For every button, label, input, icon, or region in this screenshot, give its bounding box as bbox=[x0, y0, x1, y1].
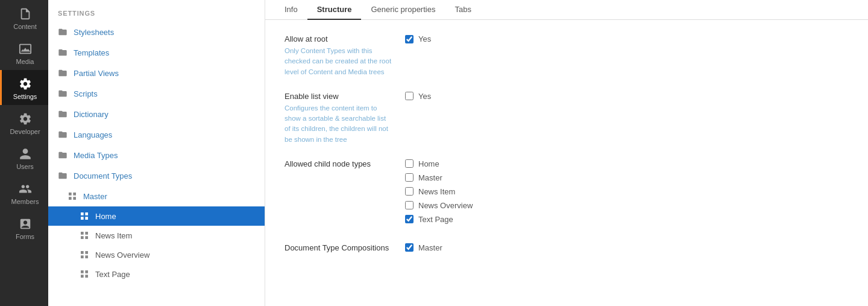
grid-icon bbox=[68, 191, 77, 201]
allow-at-root-checkbox-row: Yes bbox=[405, 34, 849, 43]
developer-icon bbox=[19, 112, 32, 126]
sidebar-item-languages[interactable]: Languages bbox=[48, 124, 265, 145]
allow-at-root-checkbox-label[interactable]: Yes bbox=[418, 34, 431, 43]
tree-item-news-overview[interactable]: News Overview bbox=[48, 245, 265, 264]
users-icon bbox=[19, 147, 32, 161]
sidebar-item-document-types[interactable]: Document Types bbox=[48, 165, 265, 186]
tree-item-text-page[interactable]: Text Page bbox=[48, 264, 265, 284]
grid-icon bbox=[80, 250, 89, 260]
enable-list-view-checkbox[interactable] bbox=[405, 92, 414, 100]
tab-tabs[interactable]: Tabs bbox=[445, 0, 480, 20]
child-type-master-checkbox[interactable] bbox=[405, 173, 414, 182]
nav-item-users[interactable]: Users bbox=[0, 140, 48, 175]
folder-icon bbox=[58, 68, 68, 78]
document-type-compositions-row: Document Type Compositions Master bbox=[285, 243, 849, 257]
main-content: Info Structure Generic properties Tabs A… bbox=[265, 0, 868, 306]
child-type-text-page-checkbox[interactable] bbox=[405, 215, 414, 223]
tree-item-news-item[interactable]: News Item bbox=[48, 226, 265, 245]
sidebar-item-partial-views[interactable]: Partial Views bbox=[48, 63, 265, 83]
composition-master-row: Master bbox=[405, 243, 849, 252]
child-type-text-page-row: Text Page bbox=[405, 215, 849, 224]
child-type-master-row: Master bbox=[405, 173, 849, 182]
child-type-news-overview-checkbox[interactable] bbox=[405, 201, 414, 209]
tab-info[interactable]: Info bbox=[275, 0, 307, 20]
sidebar-item-media-types[interactable]: Media Types bbox=[48, 145, 265, 165]
child-type-home-label[interactable]: Home bbox=[418, 159, 439, 168]
folder-icon bbox=[58, 171, 68, 180]
allowed-child-node-types-label: Allowed child node types bbox=[285, 159, 405, 168]
child-type-home-checkbox[interactable] bbox=[405, 159, 414, 168]
grid-icon bbox=[80, 231, 89, 240]
folder-icon bbox=[58, 89, 68, 98]
enable-list-view-label: Enable list view bbox=[285, 92, 405, 101]
settings-label: SETTINGS bbox=[48, 0, 265, 22]
allow-at-root-help: Only Content Types with this checked can… bbox=[285, 46, 393, 77]
tab-generic-properties[interactable]: Generic properties bbox=[361, 0, 445, 20]
enable-list-view-row: Enable list view Configures the content … bbox=[285, 92, 849, 145]
nav-item-members[interactable]: Members bbox=[0, 175, 48, 210]
nav-item-developer[interactable]: Developer bbox=[0, 105, 48, 140]
child-type-news-item-checkbox[interactable] bbox=[405, 187, 414, 196]
child-type-news-overview-row: News Overview bbox=[405, 201, 849, 210]
sidebar-item-stylesheets[interactable]: Stylesheets bbox=[48, 22, 265, 42]
tree-item-master[interactable]: Master bbox=[48, 186, 265, 206]
sidebar-item-scripts[interactable]: Scripts bbox=[48, 83, 265, 104]
tab-bar: Info Structure Generic properties Tabs bbox=[265, 0, 868, 20]
folder-icon bbox=[58, 48, 68, 57]
nav-item-content[interactable]: Content bbox=[0, 0, 48, 35]
composition-master-label[interactable]: Master bbox=[418, 243, 442, 252]
structure-panel: Allow at root Only Content Types with th… bbox=[265, 20, 868, 306]
members-icon bbox=[19, 182, 32, 196]
allow-at-root-checkbox[interactable] bbox=[405, 35, 414, 43]
sidebar: SETTINGS Stylesheets Templates Partial V… bbox=[48, 0, 265, 306]
nav-item-media[interactable]: Media bbox=[0, 35, 48, 70]
folder-icon bbox=[58, 150, 68, 160]
icon-nav: Content Media Settings Developer Users M… bbox=[0, 0, 48, 306]
tab-structure[interactable]: Structure bbox=[307, 0, 362, 20]
folder-icon bbox=[58, 109, 68, 119]
tree-item-home[interactable]: Home bbox=[48, 206, 265, 226]
grid-icon bbox=[80, 211, 89, 221]
composition-master-checkbox[interactable] bbox=[405, 243, 414, 252]
allow-at-root-row: Allow at root Only Content Types with th… bbox=[285, 34, 849, 77]
sidebar-item-dictionary[interactable]: Dictionary bbox=[48, 104, 265, 124]
folder-icon bbox=[58, 130, 68, 139]
folder-icon bbox=[58, 27, 68, 37]
content-icon bbox=[19, 7, 32, 21]
media-icon bbox=[19, 42, 32, 56]
enable-list-view-checkbox-row: Yes bbox=[405, 92, 849, 101]
grid-icon bbox=[80, 269, 89, 279]
child-type-news-overview-label[interactable]: News Overview bbox=[418, 201, 473, 210]
child-type-news-item-row: News Item bbox=[405, 187, 849, 196]
enable-list-view-help: Configures the content item to show a so… bbox=[285, 103, 393, 145]
child-type-home-row: Home bbox=[405, 159, 849, 168]
child-type-text-page-label[interactable]: Text Page bbox=[418, 215, 453, 224]
sidebar-item-templates[interactable]: Templates bbox=[48, 42, 265, 63]
child-type-news-item-label[interactable]: News Item bbox=[418, 187, 455, 196]
enable-list-view-checkbox-label[interactable]: Yes bbox=[418, 92, 431, 101]
allowed-child-node-types-row: Allowed child node types Home Master New… bbox=[285, 159, 849, 229]
nav-item-forms[interactable]: Forms bbox=[0, 210, 48, 245]
child-type-master-label[interactable]: Master bbox=[418, 173, 442, 182]
document-type-compositions-label: Document Type Compositions bbox=[285, 243, 405, 252]
settings-icon bbox=[19, 77, 32, 91]
forms-icon bbox=[19, 217, 32, 231]
nav-item-settings[interactable]: Settings bbox=[0, 70, 48, 105]
allow-at-root-label: Allow at root bbox=[285, 34, 405, 43]
